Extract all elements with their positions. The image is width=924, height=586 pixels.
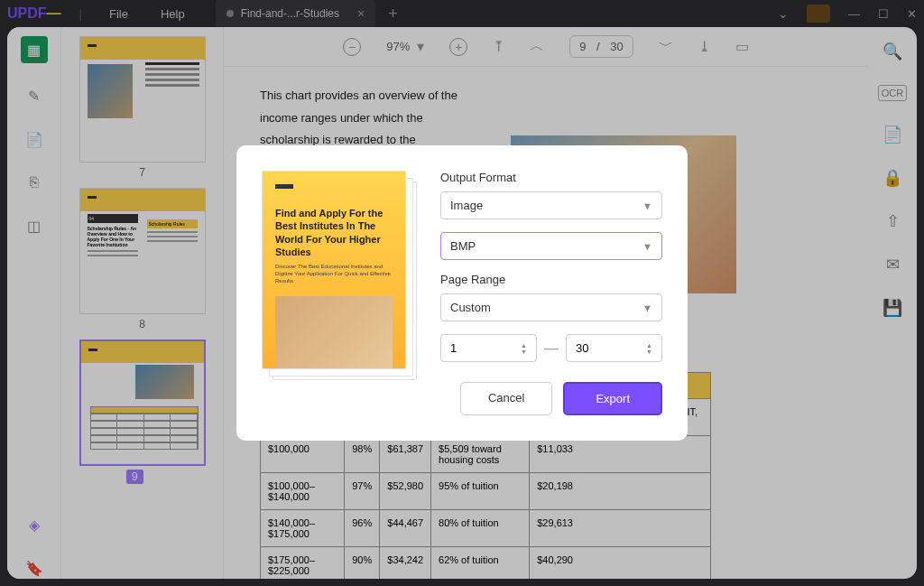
chevron-down-icon: ▼ [642, 302, 652, 313]
cancel-button[interactable]: Cancel [460, 382, 552, 415]
image-type-select[interactable]: BMP▼ [440, 232, 662, 260]
range-from-input[interactable]: 1 ▲▼ [440, 334, 537, 362]
export-preview: Find and Apply For the Best Institutes I… [262, 171, 415, 378]
spinner-icon[interactable]: ▲▼ [521, 342, 527, 355]
output-format-select[interactable]: Image▼ [440, 191, 662, 219]
chevron-down-icon: ▼ [642, 200, 652, 211]
page-range-select[interactable]: Custom▼ [440, 293, 662, 321]
spinner-icon[interactable]: ▲▼ [646, 342, 652, 355]
export-dialog: Find and Apply For the Best Institutes I… [236, 145, 688, 441]
range-separator: — [544, 340, 559, 357]
output-format-label: Output Format [440, 171, 662, 184]
export-button[interactable]: Export [563, 382, 662, 415]
range-to-input[interactable]: 30 ▲▼ [566, 334, 662, 362]
modal-overlay: Find and Apply For the Best Institutes I… [0, 0, 924, 586]
page-range-label: Page Range [440, 273, 662, 286]
chevron-down-icon: ▼ [642, 241, 652, 252]
